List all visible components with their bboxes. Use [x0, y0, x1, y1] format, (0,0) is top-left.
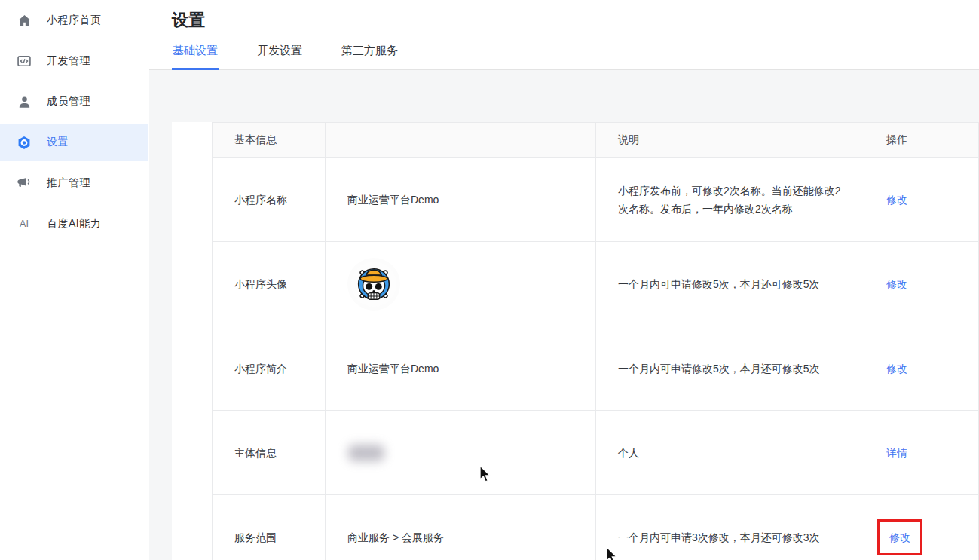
row-label: 小程序名称 [213, 158, 326, 242]
table-row: 服务范围 商业服务 > 会展服务 一个月内可申请3次修改，本月还可修改3次 修改 [213, 495, 979, 560]
table-row: 小程序名称 商业运营平台Demo 小程序发布前，可修改2次名称。当前还能修改2次… [213, 158, 979, 242]
main-area: 设置 基础设置 开发设置 第三方服务 基本信息 说明 操作 [149, 0, 979, 560]
row-value: 商业服务 > 会展服务 [326, 495, 596, 560]
svg-text:AI: AI [20, 219, 29, 229]
row-desc: 一个月内可申请修改5次，本月还可修改5次 [596, 242, 864, 326]
app-window: 小程序首页 开发管理 成员管理 [0, 0, 979, 560]
row-label: 主体信息 [213, 411, 326, 495]
sidebar-item-label: 推广管理 [47, 176, 90, 190]
row-label: 服务范围 [213, 495, 326, 560]
annotation-highlight-box: 修改 [877, 519, 922, 555]
modify-link[interactable]: 修改 [886, 278, 907, 290]
sidebar-item-members[interactable]: 成员管理 [0, 83, 148, 121]
row-label: 小程序头像 [213, 242, 326, 326]
row-value: 商业运营平台Demo [326, 158, 596, 242]
sidebar-item-label: 成员管理 [47, 95, 90, 109]
ai-icon: AI [17, 216, 32, 231]
code-icon [17, 54, 32, 69]
sidebar-item-promotion[interactable]: 推广管理 [0, 164, 148, 202]
blurred-subject-value [348, 445, 384, 461]
row-desc: 一个月内可申请3次修改，本月还可修改3次 [596, 495, 864, 560]
tab-basic-settings[interactable]: 基础设置 [172, 44, 219, 70]
header-basic: 基本信息 [213, 123, 326, 158]
table-header-row: 基本信息 说明 操作 [213, 123, 979, 158]
sidebar-item-label: 设置 [47, 136, 69, 149]
sidebar-item-dev[interactable]: 开发管理 [0, 42, 148, 80]
row-value: 商业运营平台Demo [326, 326, 596, 411]
table-row: 主体信息 个人 详情 [213, 411, 979, 495]
megaphone-icon [17, 176, 32, 191]
row-label: 小程序简介 [213, 326, 326, 411]
modify-link[interactable]: 修改 [889, 531, 910, 543]
header-desc: 说明 [596, 123, 864, 158]
modify-link[interactable]: 修改 [886, 194, 907, 206]
settings-card: 基本信息 说明 操作 小程序名称 商业运营平台Demo 小程序发布前，可修改2次… [172, 122, 979, 560]
tab-dev-settings[interactable]: 开发设置 [256, 44, 303, 70]
jolly-roger-avatar-image [350, 261, 397, 308]
sidebar-item-home[interactable]: 小程序首页 [0, 2, 148, 39]
sidebar-item-settings[interactable]: 设置 [0, 124, 148, 161]
details-link[interactable]: 详情 [886, 447, 907, 459]
member-icon [17, 94, 32, 109]
basic-info-table: 基本信息 说明 操作 小程序名称 商业运营平台Demo 小程序发布前，可修改2次… [212, 122, 979, 560]
header-value [326, 123, 596, 158]
sidebar-item-label: 百度AI能力 [47, 217, 101, 231]
modify-link[interactable]: 修改 [886, 363, 907, 375]
tab-third-party[interactable]: 第三方服务 [341, 44, 399, 70]
tab-bar: 基础设置 开发设置 第三方服务 [172, 44, 399, 70]
sidebar-item-ai[interactable]: AI 百度AI能力 [0, 205, 148, 243]
header-action: 操作 [864, 123, 979, 158]
row-desc: 小程序发布前，可修改2次名称。当前还能修改2次名称。发布后，一年内修改2次名称 [596, 158, 864, 242]
home-icon [17, 13, 32, 28]
table-row: 小程序简介 商业运营平台Demo 一个月内可申请修改5次，本月还可修改5次 修改 [213, 326, 979, 411]
page-header: 设置 基础设置 开发设置 第三方服务 [149, 0, 979, 70]
settings-icon [17, 135, 32, 150]
sidebar: 小程序首页 开发管理 成员管理 [0, 0, 148, 560]
row-desc: 个人 [596, 411, 864, 495]
mini-program-avatar [347, 258, 400, 311]
table-row: 小程序头像 [213, 242, 979, 326]
row-desc: 一个月内可申请修改5次，本月还可修改5次 [596, 326, 864, 411]
sidebar-item-label: 开发管理 [47, 54, 90, 68]
sidebar-item-label: 小程序首页 [47, 14, 102, 27]
content-area: 基本信息 说明 操作 小程序名称 商业运营平台Demo 小程序发布前，可修改2次… [149, 70, 979, 560]
page-title: 设置 [172, 9, 205, 32]
